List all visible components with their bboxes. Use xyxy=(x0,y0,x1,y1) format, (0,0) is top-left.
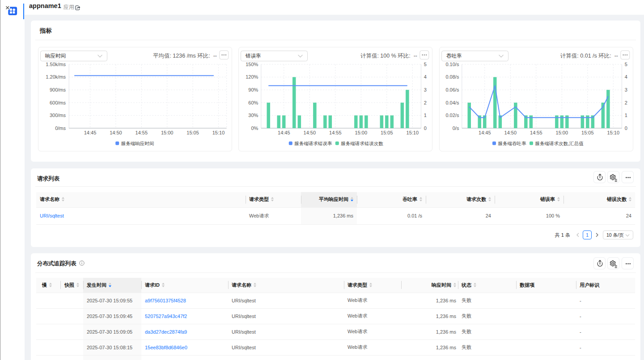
svg-text:服务端请求错误率: 服务端请求错误率 xyxy=(294,140,332,146)
svg-text:2: 2 xyxy=(624,100,627,105)
svg-text:14:55: 14:55 xyxy=(329,130,342,135)
svg-text:120%: 120% xyxy=(246,74,258,80)
svg-text:14:55: 14:55 xyxy=(135,130,148,135)
svg-text:1.50k/ms: 1.50k/ms xyxy=(46,61,66,67)
svg-text:0.02/s: 0.02/s xyxy=(445,113,459,118)
svg-text:服务端请求错误次数: 服务端请求错误次数 xyxy=(341,140,383,146)
svg-text:15:05: 15:05 xyxy=(381,130,393,135)
svg-text:900/ms: 900/ms xyxy=(49,87,66,92)
svg-text:0.08/s: 0.08/s xyxy=(445,74,459,80)
svg-text:计算值: 100 % 环比: --: 计算值: 100 % 环比: -- xyxy=(360,53,417,59)
svg-text:14:55: 14:55 xyxy=(530,130,542,135)
svg-text:0.06/s: 0.06/s xyxy=(445,87,459,92)
svg-text:60%: 60% xyxy=(248,100,258,105)
svg-text:服务端响应时间: 服务端响应时间 xyxy=(121,140,154,146)
svg-text:14:50: 14:50 xyxy=(504,130,517,135)
svg-text:服务端吞吐率: 服务端吞吐率 xyxy=(498,140,526,146)
svg-text:0.04/s: 0.04/s xyxy=(445,100,459,105)
svg-text:0%: 0% xyxy=(251,125,258,130)
svg-text:3: 3 xyxy=(424,87,427,92)
svg-text:14:45: 14:45 xyxy=(479,130,491,135)
svg-text:15:10: 15:10 xyxy=(607,130,619,135)
svg-text:300/ms: 300/ms xyxy=(49,113,66,118)
svg-text:15:05: 15:05 xyxy=(581,130,594,135)
svg-text:14:45: 14:45 xyxy=(84,130,96,135)
svg-text:0: 0 xyxy=(624,125,627,130)
svg-text:30%: 30% xyxy=(248,113,258,118)
svg-text:服务端请求次数,汇总值: 服务端请求次数,汇总值 xyxy=(535,140,583,146)
svg-text:5: 5 xyxy=(424,61,427,67)
svg-text:2: 2 xyxy=(424,100,427,105)
svg-text:90%: 90% xyxy=(248,87,258,92)
svg-text:0/s: 0/s xyxy=(452,125,459,130)
svg-text:15:10: 15:10 xyxy=(212,130,225,135)
svg-text:15:00: 15:00 xyxy=(161,130,173,135)
svg-text:错误率: 错误率 xyxy=(245,53,261,59)
svg-text:15:00: 15:00 xyxy=(355,130,368,135)
svg-text:0: 0 xyxy=(424,125,427,130)
svg-text:1: 1 xyxy=(424,113,427,118)
svg-text:150%: 150% xyxy=(246,61,258,67)
svg-text:响应时间: 响应时间 xyxy=(45,53,66,59)
svg-text:3: 3 xyxy=(624,87,627,92)
svg-text:14:50: 14:50 xyxy=(110,130,122,135)
svg-text:600/ms: 600/ms xyxy=(49,100,66,105)
svg-text:5: 5 xyxy=(624,61,627,67)
svg-text:0/ms: 0/ms xyxy=(55,125,66,130)
svg-text:0.10/s: 0.10/s xyxy=(445,61,459,67)
svg-text:4: 4 xyxy=(424,74,427,80)
svg-text:计算值: 0.01 /s 环比: --: 计算值: 0.01 /s 环比: -- xyxy=(560,53,618,59)
svg-text:14:50: 14:50 xyxy=(304,130,316,135)
svg-text:1: 1 xyxy=(624,113,627,118)
svg-text:1.20k/ms: 1.20k/ms xyxy=(46,74,66,80)
svg-text:15:00: 15:00 xyxy=(555,130,568,135)
svg-text:14:45: 14:45 xyxy=(278,130,290,135)
svg-text:平均值: 1236 /ms 环比: --: 平均值: 1236 /ms 环比: -- xyxy=(153,53,216,59)
svg-text:吞吐率: 吞吐率 xyxy=(446,53,462,59)
svg-text:15:05: 15:05 xyxy=(186,130,199,135)
svg-text:15:10: 15:10 xyxy=(407,130,419,135)
svg-text:4: 4 xyxy=(624,74,627,80)
